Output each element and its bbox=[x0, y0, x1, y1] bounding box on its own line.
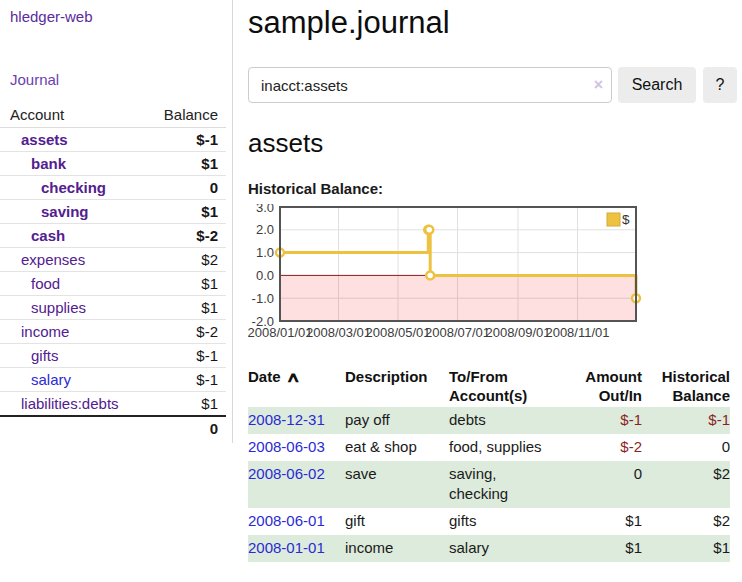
account-link-food[interactable]: food bbox=[31, 275, 60, 292]
svg-text:2008/09/01: 2008/09/01 bbox=[485, 325, 550, 340]
account-name-cell: checking bbox=[0, 176, 148, 200]
account-heading: assets bbox=[248, 128, 737, 159]
transaction-date-cell: 2008-12-31 bbox=[248, 407, 345, 434]
transaction-description: income bbox=[345, 535, 449, 562]
transaction-amount: $-2 bbox=[559, 434, 642, 461]
chart-label: Historical Balance: bbox=[248, 180, 737, 197]
transaction-row: 2008-06-02savesaving, checking0$2 bbox=[248, 461, 730, 508]
transaction-accounts: debts bbox=[449, 407, 559, 434]
transaction-date-link[interactable]: 2008-06-02 bbox=[248, 465, 325, 482]
account-name-cell: supplies bbox=[0, 296, 148, 320]
svg-text:2008/05/01: 2008/05/01 bbox=[365, 325, 430, 340]
svg-text:2008/01/01: 2008/01/01 bbox=[248, 325, 313, 340]
sidebar: hledger-web Journal Account Balance asse… bbox=[0, 0, 233, 443]
svg-text:0.0: 0.0 bbox=[256, 268, 274, 283]
transaction-row: 2008-06-03eat & shopfood, supplies$-20 bbox=[248, 434, 730, 461]
account-row: supplies$1 bbox=[0, 296, 226, 320]
account-name-cell: food bbox=[0, 272, 148, 296]
account-link-expenses[interactable]: expenses bbox=[21, 251, 85, 268]
search-form: × Search ? bbox=[248, 67, 737, 103]
svg-text:2008/03/01: 2008/03/01 bbox=[306, 325, 371, 340]
transaction-date-cell: 2008-06-03 bbox=[248, 434, 345, 461]
account-row: assets$-1 bbox=[0, 128, 226, 152]
account-balance: $2 bbox=[148, 248, 226, 272]
accounts-total-value: 0 bbox=[148, 416, 226, 440]
transaction-row: 2008-12-31pay offdebts$-1$-1 bbox=[248, 407, 730, 434]
svg-text:2008/07/01: 2008/07/01 bbox=[425, 325, 490, 340]
account-balance: $1 bbox=[148, 272, 226, 296]
accounts-table: Account Balance assets$-1bank$1checking0… bbox=[0, 104, 226, 440]
account-link-saving[interactable]: saving bbox=[41, 203, 89, 220]
account-balance: $1 bbox=[148, 296, 226, 320]
transaction-row: 2008-01-01incomesalary$1$1 bbox=[248, 535, 730, 562]
account-link-income[interactable]: income bbox=[21, 323, 69, 340]
svg-text:3.0: 3.0 bbox=[256, 204, 274, 215]
account-link-cash[interactable]: cash bbox=[31, 227, 65, 244]
register-table: Date∧ Description To/From Account(s) Amo… bbox=[248, 365, 730, 562]
transaction-balance: $2 bbox=[642, 508, 730, 535]
account-balance: $-1 bbox=[148, 368, 226, 392]
account-name-cell: cash bbox=[0, 224, 148, 248]
register-col-description: Description bbox=[345, 365, 449, 407]
search-button[interactable]: Search bbox=[618, 67, 696, 103]
spacer bbox=[0, 416, 148, 440]
account-row: salary$-1 bbox=[0, 368, 226, 392]
register-col-date[interactable]: Date∧ bbox=[248, 365, 345, 407]
register-col-accounts: To/From Account(s) bbox=[449, 365, 559, 407]
svg-text:1.0: 1.0 bbox=[256, 245, 274, 260]
account-balance: $1 bbox=[148, 200, 226, 224]
transaction-balance: $2 bbox=[642, 461, 730, 508]
account-name-cell: liabilities:debts bbox=[0, 392, 148, 417]
transaction-date-cell: 2008-01-01 bbox=[248, 535, 345, 562]
account-name-cell: bank bbox=[0, 152, 148, 176]
accounts-tbody: assets$-1bank$1checking0saving$1cash$-2e… bbox=[0, 128, 226, 417]
accounts-col-account: Account bbox=[0, 104, 148, 128]
transaction-amount: $1 bbox=[559, 508, 642, 535]
transaction-accounts: salary bbox=[449, 535, 559, 562]
transaction-description: save bbox=[345, 461, 449, 508]
transaction-date-link[interactable]: 2008-01-01 bbox=[248, 539, 325, 556]
svg-text:2.0: 2.0 bbox=[256, 222, 274, 237]
brand-link[interactable]: hledger-web bbox=[10, 8, 232, 25]
account-link-salary[interactable]: salary bbox=[31, 371, 71, 388]
account-row: checking0 bbox=[0, 176, 226, 200]
account-name-cell: assets bbox=[0, 128, 148, 152]
account-row: cash$-2 bbox=[0, 224, 226, 248]
account-link-bank[interactable]: bank bbox=[31, 155, 66, 172]
transaction-amount: 0 bbox=[559, 461, 642, 508]
account-row: bank$1 bbox=[0, 152, 226, 176]
historical-balance-chart: 3.02.01.00.0-1.0-2.02008/01/012008/03/01… bbox=[248, 204, 737, 347]
search-input[interactable] bbox=[248, 67, 612, 103]
help-button[interactable]: ? bbox=[703, 67, 737, 103]
account-link-gifts[interactable]: gifts bbox=[31, 347, 59, 364]
account-row: gifts$-1 bbox=[0, 344, 226, 368]
register-tbody: 2008-12-31pay offdebts$-1$-12008-06-03ea… bbox=[248, 407, 730, 562]
accounts-total-row: 0 bbox=[0, 416, 226, 440]
sidebar-item-journal[interactable]: Journal bbox=[10, 71, 232, 88]
register-header-row: Date∧ Description To/From Account(s) Amo… bbox=[248, 365, 730, 407]
account-link-supplies[interactable]: supplies bbox=[31, 299, 86, 316]
account-balance: $-2 bbox=[148, 320, 226, 344]
account-name-cell: saving bbox=[0, 200, 148, 224]
transaction-balance: $1 bbox=[642, 535, 730, 562]
transaction-amount: $1 bbox=[559, 535, 642, 562]
transaction-accounts: saving, checking bbox=[449, 461, 559, 508]
clear-search-icon[interactable]: × bbox=[594, 76, 603, 94]
account-balance: $-2 bbox=[148, 224, 226, 248]
account-link-checking[interactable]: checking bbox=[41, 179, 106, 196]
transaction-date-link[interactable]: 2008-12-31 bbox=[248, 411, 325, 428]
search-box: × bbox=[248, 67, 612, 103]
transaction-date-link[interactable]: 2008-06-01 bbox=[248, 512, 325, 529]
accounts-header-row: Account Balance bbox=[0, 104, 226, 128]
account-link-liabilities-debts[interactable]: liabilities:debts bbox=[21, 395, 119, 412]
account-name-cell: salary bbox=[0, 368, 148, 392]
svg-text:2008/11/01: 2008/11/01 bbox=[545, 325, 609, 340]
account-row: income$-2 bbox=[0, 320, 226, 344]
transaction-date-link[interactable]: 2008-06-03 bbox=[248, 438, 325, 455]
transaction-balance: 0 bbox=[642, 434, 730, 461]
transaction-accounts: gifts bbox=[449, 508, 559, 535]
main-panel: sample.journal × Search ? assets Histori… bbox=[248, 0, 737, 562]
account-name-cell: expenses bbox=[0, 248, 148, 272]
account-link-assets[interactable]: assets bbox=[21, 131, 68, 148]
transaction-row: 2008-06-01giftgifts$1$2 bbox=[248, 508, 730, 535]
